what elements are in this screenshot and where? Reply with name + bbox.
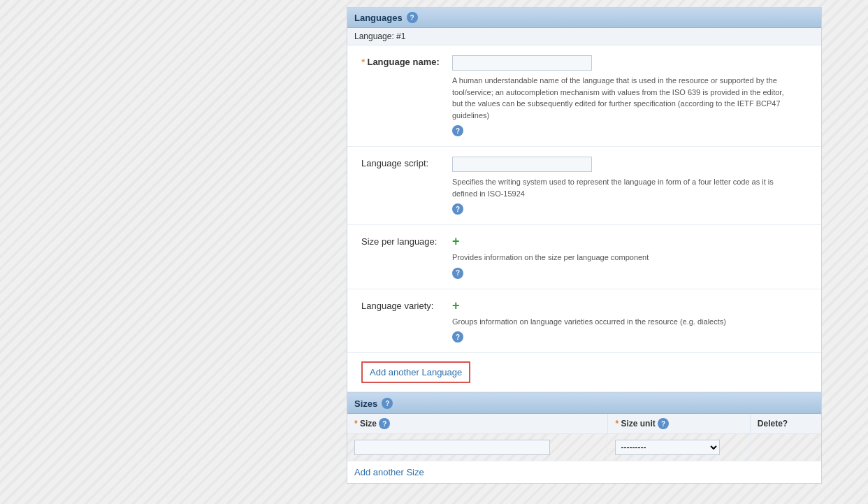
required-star-name: * [361,57,365,68]
language-variety-description: Groups information on language varieties… [452,316,795,328]
language-name-row: * Language name: A human understandable … [347,45,821,147]
language-variety-add-icon[interactable]: + [452,299,807,312]
language-script-input[interactable] [452,157,592,172]
language-name-input[interactable] [452,55,592,71]
delete-cell [750,434,821,461]
language-name-content: A human understandable name of the langu… [452,55,807,136]
language-script-label: Language script: [361,157,452,168]
sizes-footer: Add another Size [347,461,821,483]
form-body: * Language name: A human understandable … [347,45,821,392]
sizes-title: Sizes [354,398,377,409]
add-another-language-button[interactable]: Add another Language [361,361,470,383]
languages-panel: Languages ? Language: #1 * Language name… [347,7,822,393]
sizes-panel: Sizes ? * Size ? * Size unit ? [347,393,822,484]
languages-header: Languages ? [347,8,821,28]
add-another-size-button[interactable]: Add another Size [354,467,424,477]
sizeunit-col-help-icon[interactable]: ? [658,418,669,429]
add-another-language-row: Add another Language [347,353,821,392]
col-sizeunit-header: * Size unit ? [608,414,750,434]
language-variety-row: Language variety: + Groups information o… [347,289,821,354]
sizes-header: Sizes ? [347,394,821,414]
size-per-language-description: Provides information on the size per lan… [452,252,795,264]
size-col-help-icon[interactable]: ? [379,418,390,429]
main-content: Languages ? Language: #1 * Language name… [347,7,822,484]
languages-help-icon[interactable]: ? [407,12,418,23]
language-script-description: Specifies the writing system used to rep… [452,176,795,199]
size-per-language-add-icon[interactable]: + [452,235,807,247]
col-delete-header: Delete? [750,414,821,434]
language-script-row: Language script: Specifies the writing s… [347,147,821,225]
language-script-help-icon[interactable]: ? [452,203,463,215]
size-per-language-content: + Provides information on the size per l… [452,235,807,279]
col-size-header: * Size ? [347,414,608,434]
size-cell [347,434,608,461]
sizes-help-icon[interactable]: ? [382,398,393,409]
page-container: Languages ? Language: #1 * Language name… [0,7,868,504]
size-per-language-row: Size per language: + Provides informatio… [347,225,821,289]
size-unit-select[interactable]: --------- [615,440,720,455]
language-variety-help-icon[interactable]: ? [452,331,463,343]
languages-title: Languages [354,13,403,23]
language-name-help-icon[interactable]: ? [452,125,463,136]
sizes-table-row: --------- [347,434,821,461]
language-name-label: * Language name: [361,55,452,68]
size-unit-cell: --------- [608,434,750,461]
language-script-content: Specifies the writing system used to rep… [452,157,807,215]
size-per-language-label: Size per language: [361,235,452,247]
language-number-header: Language: #1 [347,28,821,45]
language-variety-content: + Groups information on language varieti… [452,299,807,343]
size-value-input[interactable] [354,440,550,455]
language-name-description: A human understandable name of the langu… [452,75,795,121]
language-variety-label: Language variety: [361,299,452,311]
sizes-table: * Size ? * Size unit ? Delete? [347,414,821,461]
size-per-language-help-icon[interactable]: ? [452,268,463,279]
sizes-table-header-row: * Size ? * Size unit ? Delete? [347,414,821,434]
